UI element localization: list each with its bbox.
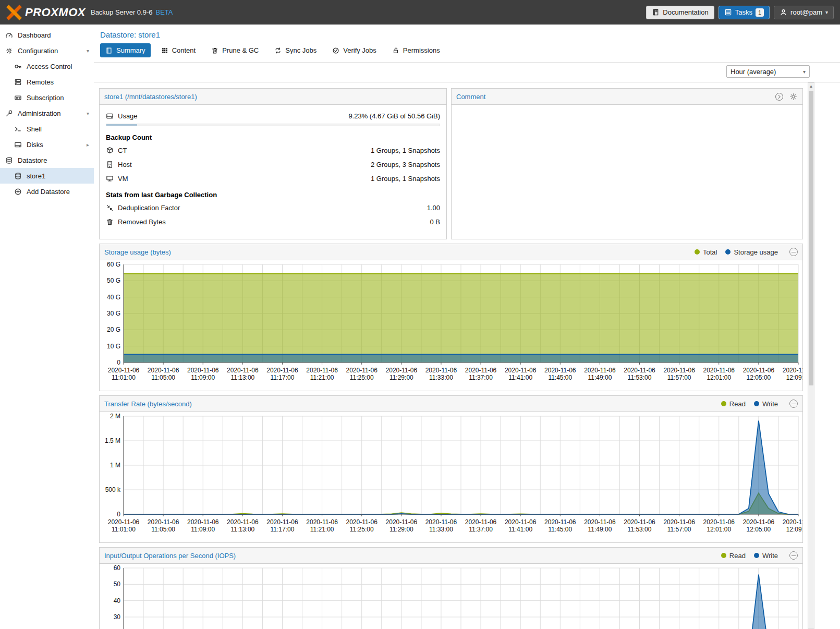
svg-text:11:53:00: 11:53:00 (628, 374, 652, 381)
comment-panel-header: Comment (452, 89, 802, 105)
svg-text:11:17:00: 11:17:00 (271, 526, 295, 533)
tab-summary[interactable]: Summary (100, 43, 151, 57)
vm-row: VM 1 Groups, 1 Snapshots (106, 172, 440, 186)
svg-text:11:33:00: 11:33:00 (429, 374, 453, 381)
sidebar-item-label: Add Datastore (27, 188, 70, 196)
sidebar-item-datastore[interactable]: Datastore (0, 152, 94, 168)
svg-text:1 M: 1 M (110, 462, 120, 469)
dedup-row: Deduplication Factor 1.00 (106, 201, 440, 215)
sidebar-item-access-control[interactable]: Access Control (0, 58, 94, 74)
tab-permissions[interactable]: Permissions (387, 43, 445, 57)
removed-bytes-value: 0 B (430, 218, 440, 226)
user-menu-button[interactable]: root@pam ▾ (774, 6, 834, 19)
legend-item-read[interactable]: Read (721, 552, 746, 560)
svg-text:11:13:00: 11:13:00 (230, 374, 254, 381)
svg-text:2020-11-06: 2020-11-06 (544, 518, 576, 526)
time-range-select[interactable]: Hour (average) ▾ (726, 65, 810, 78)
tab-label: Prune & GC (222, 46, 259, 54)
svg-text:2020-11-06: 2020-11-06 (386, 367, 418, 374)
documentation-button[interactable]: Documentation (646, 6, 714, 19)
tasks-button[interactable]: Tasks 1 (719, 6, 770, 19)
svg-text:12:05:00: 12:05:00 (747, 374, 771, 381)
book-icon (105, 47, 113, 54)
svg-text:2020-11-06: 2020-11-06 (505, 518, 537, 526)
host-label: Host (118, 161, 367, 168)
svg-text:2020-11-06: 2020-11-06 (306, 367, 338, 374)
legend-item-storage-usage[interactable]: Storage usage (725, 248, 778, 256)
svg-text:12:05:00: 12:05:00 (747, 526, 771, 533)
legend-item-write[interactable]: Write (754, 400, 778, 408)
sidebar-item-add-datastore[interactable]: Add Datastore (0, 184, 94, 199)
sidebar-item-dashboard[interactable]: Dashboard (0, 27, 94, 43)
tab-sync-jobs[interactable]: Sync Jobs (269, 43, 322, 57)
legend-item-total[interactable]: Total (695, 248, 717, 256)
svg-text:30: 30 (114, 613, 121, 621)
chart-legend: Read Write (721, 400, 798, 408)
svg-text:11:57:00: 11:57:00 (667, 526, 691, 533)
sidebar-item-shell[interactable]: Shell (0, 121, 94, 137)
ct-row: CT 1 Groups, 1 Snapshots (106, 143, 440, 158)
page-title: Datastore: store1 (94, 25, 840, 43)
sidebar-item-label: Configuration (18, 47, 58, 55)
scroll-region: store1 (/mnt/datastores/store1) Usage 9.… (94, 82, 840, 629)
svg-text:1.5 M: 1.5 M (105, 437, 120, 444)
tab-verify-jobs[interactable]: Verify Jobs (327, 43, 382, 57)
sidebar-item-label: Administration (18, 110, 60, 117)
tab-content[interactable]: Content (156, 43, 201, 57)
scrollbar-thumb[interactable] (809, 91, 813, 385)
scroll-up-icon[interactable]: ▲ (808, 83, 814, 90)
legend-dot (695, 249, 700, 255)
svg-text:11:41:00: 11:41:00 (508, 374, 532, 381)
gc-stats-title: Stats from last Garbage Collection (106, 186, 440, 201)
beta-link[interactable]: BETA (155, 8, 173, 16)
chart-legend: Total Storage usage (695, 248, 798, 256)
sidebar-item-subscription[interactable]: Subscription (0, 90, 94, 105)
svg-text:11:25:00: 11:25:00 (350, 374, 374, 381)
svg-text:11:57:00: 11:57:00 (667, 374, 691, 381)
legend-label: Read (729, 552, 746, 560)
sidebar-item-label: Dashboard (18, 31, 51, 39)
tab-label: Verify Jobs (343, 46, 376, 54)
sync-icon (274, 47, 282, 54)
svg-text:2020-11-06: 2020-11-06 (346, 518, 378, 526)
svg-text:2020-11-06: 2020-11-06 (743, 518, 775, 526)
transfer-rate-chart-panel: Transfer Rate (bytes/second) Read Write … (99, 395, 803, 543)
collapse-icon[interactable] (789, 551, 798, 560)
svg-text:2020-11-06: 2020-11-06 (346, 367, 378, 374)
collapse-icon[interactable] (789, 248, 798, 256)
svg-text:2020-11-06: 2020-11-06 (584, 518, 616, 526)
collapse-icon[interactable] (789, 400, 798, 408)
chart-title: Storage usage (bytes) (104, 248, 171, 256)
legend-item-write[interactable]: Write (754, 552, 778, 560)
usage-progress-fill (106, 124, 137, 126)
svg-text:2020-11-06: 2020-11-06 (187, 367, 219, 374)
sidebar-item-remotes[interactable]: Remotes (0, 74, 94, 90)
svg-text:12:09:00: 12:09:00 (786, 374, 802, 381)
legend-item-read[interactable]: Read (721, 400, 746, 408)
ct-label: CT (118, 147, 367, 154)
vertical-scrollbar[interactable]: ▲ (808, 82, 814, 629)
comment-body[interactable] (452, 105, 802, 239)
edit-chevron-icon[interactable] (775, 92, 784, 101)
top-bar: PROXMOX Backup Server 0.9-6 BETA Documen… (0, 0, 840, 25)
iops-chart-panel: Input/Output Operations per Second (IOPS… (99, 547, 803, 629)
sidebar-item-store1[interactable]: store1 (0, 168, 94, 184)
svg-text:10 G: 10 G (107, 343, 120, 350)
sidebar-item-disks[interactable]: Disks ▸ (0, 137, 94, 152)
svg-text:2020-11-06: 2020-11-06 (743, 367, 775, 374)
main-content: Datastore: store1 Summary Content Prune … (94, 25, 840, 629)
gear-icon[interactable] (789, 92, 798, 101)
sidebar-item-configuration[interactable]: Configuration ▾ (0, 43, 94, 58)
sidebar-item-administration[interactable]: Administration ▾ (0, 105, 94, 121)
tab-prune-gc[interactable]: Prune & GC (206, 43, 264, 57)
tab-label: Summary (116, 46, 145, 54)
removed-bytes-label: Removed Bytes (118, 218, 425, 226)
svg-text:11:33:00: 11:33:00 (429, 526, 453, 533)
datastore-summary-panel: store1 (/mnt/datastores/store1) Usage 9.… (99, 88, 447, 239)
svg-text:2020-11-06: 2020-11-06 (584, 367, 616, 374)
tasks-badge: 1 (756, 8, 764, 17)
svg-text:2020-11-06: 2020-11-06 (544, 367, 576, 374)
sidebar-item-label: Datastore (18, 156, 47, 164)
svg-text:11:05:00: 11:05:00 (151, 374, 175, 381)
terminal-icon (14, 125, 22, 133)
